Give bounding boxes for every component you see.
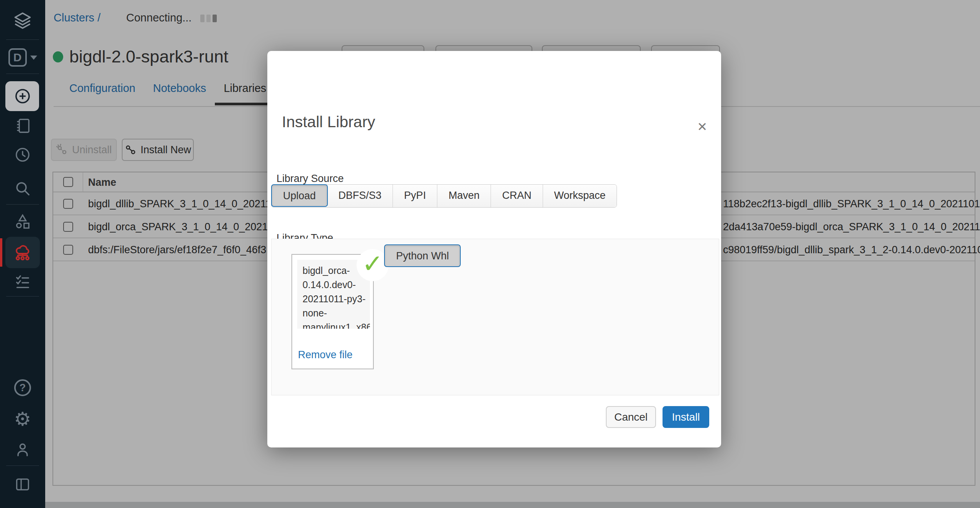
databricks-clusters-screen: Clusters / Connecting... bigdl-2.0-spark… — [0, 0, 980, 508]
clock-icon — [14, 146, 31, 164]
sidebar-collapse-toggle[interactable] — [0, 475, 45, 493]
check-icon: ✓ — [362, 249, 383, 279]
panel-icon — [14, 475, 31, 493]
cancel-button[interactable]: Cancel — [606, 406, 656, 428]
source-option-cran[interactable]: CRAN — [491, 185, 543, 207]
source-option-dbfs-s3[interactable]: DBFS/S3 — [327, 185, 393, 207]
plus-circle-icon — [13, 87, 32, 105]
sidebar-item-data[interactable] — [0, 212, 45, 231]
sidebar-divider — [6, 296, 39, 297]
remove-file-link[interactable]: Remove file — [298, 349, 353, 361]
modal-title: Install Library — [282, 113, 375, 131]
sidebar-item-help[interactable]: ? — [0, 379, 45, 397]
help-icon: ? — [14, 379, 31, 396]
source-option-upload[interactable]: Upload — [271, 184, 328, 207]
chevron-down-icon — [30, 56, 37, 60]
sidebar-item-workspace-switcher[interactable]: D — [0, 48, 45, 67]
sidebar-item-recents[interactable] — [0, 146, 45, 164]
sidebar-item-workspace[interactable] — [0, 116, 45, 135]
sidebar-divider — [6, 39, 39, 40]
source-option-maven[interactable]: Maven — [437, 185, 491, 207]
file-drop-zone[interactable]: bigdl_orca-0.14.0.dev0-20211011-py3-none… — [271, 239, 719, 395]
d-logo-icon: D — [8, 48, 27, 67]
sidebar-item-create[interactable] — [0, 84, 45, 109]
sidebar-item-account[interactable] — [0, 440, 45, 459]
sidebar-divider — [6, 204, 39, 205]
gear-icon: ⚙ — [14, 410, 31, 429]
library-source-group: Upload DBFS/S3 PyPI Maven CRAN Workspace — [271, 184, 617, 208]
sidebar-divider — [6, 74, 39, 74]
close-icon[interactable]: ✕ — [697, 121, 707, 133]
source-option-workspace[interactable]: Workspace — [543, 185, 617, 207]
notebook-icon — [14, 117, 31, 134]
data-shapes-icon — [14, 213, 31, 230]
sidebar: D — [0, 0, 45, 508]
library-source-label: Library Source — [276, 173, 344, 185]
uploaded-file-card: bigdl_orca-0.14.0.dev0-20211011-py3-none… — [291, 254, 374, 369]
checklist-icon — [14, 273, 31, 291]
user-icon — [14, 441, 31, 458]
source-option-pypi[interactable]: PyPI — [393, 185, 437, 207]
type-option-python-whl[interactable]: Python Whl — [384, 244, 461, 267]
sidebar-divider — [6, 465, 39, 466]
sidebar-item-settings[interactable]: ⚙ — [0, 409, 45, 429]
clusters-cloud-icon — [13, 243, 32, 262]
databricks-logo-icon — [0, 10, 45, 32]
sidebar-item-jobs[interactable] — [0, 273, 45, 291]
install-library-modal: Install Library ✕ Library Source Upload … — [267, 51, 721, 447]
search-icon — [14, 180, 31, 197]
sidebar-item-search[interactable] — [0, 179, 45, 198]
sidebar-item-clusters[interactable] — [0, 240, 45, 265]
install-button[interactable]: Install — [663, 406, 709, 428]
